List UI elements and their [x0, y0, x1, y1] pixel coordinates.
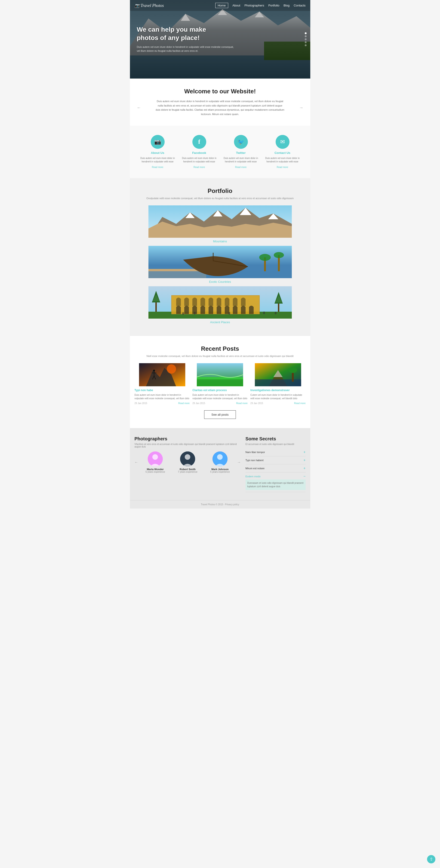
ancient-image: [135, 286, 306, 319]
facebook-text: Duis autem vel eum iriure dolor in hendr…: [181, 156, 218, 163]
portfolio-ancient[interactable]: Ancient Places: [135, 286, 306, 326]
portfolio-exotic[interactable]: Exotic Countries: [135, 246, 306, 285]
post-title-1: Typi non habe: [135, 389, 190, 392]
welcome-next-arrow[interactable]: →: [299, 105, 303, 110]
accordion-content-4: Dunnasam et iusto odio dignissam qui bla…: [245, 479, 306, 490]
svg-point-36: [275, 312, 276, 314]
photographers-title: Photographers: [135, 436, 241, 441]
svg-point-39: [167, 364, 176, 374]
facebook-read-more[interactable]: Read more: [194, 166, 205, 168]
post-read-more-2[interactable]: Read more: [236, 402, 247, 405]
svg-point-33: [194, 312, 196, 314]
svg-point-34: [229, 312, 230, 315]
nav-portfolio[interactable]: Portfolio: [268, 4, 279, 7]
accordion-label-4: Eodem modo: [245, 475, 261, 478]
accordion-header-1[interactable]: Nam liber tempor +: [245, 450, 306, 454]
hero-dot-1[interactable]: [305, 32, 306, 34]
post-date-1: 29 Jan 2015: [135, 402, 147, 405]
hero-dot-5[interactable]: [305, 44, 306, 46]
exotic-image: [135, 246, 306, 278]
svg-point-19: [259, 254, 271, 261]
photographer-2-exp: 7 years experience: [173, 471, 203, 473]
post-read-more-1[interactable]: Read more: [178, 402, 189, 405]
photographer-3-exp: 5 years experience: [205, 471, 235, 473]
logo-text: Travel Photos: [141, 3, 164, 8]
twitter-text: Duis autem vel eum iriure dolor in hendr…: [223, 156, 259, 163]
post-title-3: Investigationes demonstraver: [251, 389, 306, 392]
contact-us-icon: ✉: [275, 135, 290, 149]
accordion-plus-2: +: [303, 458, 305, 462]
nav-about[interactable]: About: [232, 4, 240, 7]
about-us-icon: 📷: [151, 135, 165, 149]
hero-headline-line2: photos of any place!: [137, 34, 200, 41]
mountains-image: [135, 206, 306, 238]
photographer-1-exp: 5 years experience: [140, 471, 171, 473]
feature-contact-us: ✉ Contact Us Duis autem vel eum iriure d…: [264, 135, 301, 169]
photographer-1-avatar: [148, 452, 163, 466]
accordion-item-1[interactable]: Nam liber tempor +: [245, 448, 306, 456]
photographer-2-name: Robert Smith: [173, 468, 203, 471]
contact-us-read-more[interactable]: Read more: [277, 166, 288, 168]
contact-us-text: Duis autem vel eum iriure dolor in hendr…: [264, 156, 301, 163]
photographer-3-avatar: [212, 452, 228, 466]
nav-contacts[interactable]: Contacts: [294, 4, 305, 7]
portfolio-mountains[interactable]: Mountains: [135, 206, 306, 245]
hero-headline-line1: We can help you make: [137, 26, 206, 33]
post-item-3: Investigationes demonstraver Cutem vel e…: [251, 363, 306, 405]
nav-photographers[interactable]: Photographers: [244, 4, 264, 7]
svg-rect-47: [197, 379, 243, 386]
svg-point-21: [274, 252, 284, 258]
hero-dot-2[interactable]: [305, 35, 306, 37]
hero-dot-3[interactable]: [305, 38, 306, 40]
recent-posts-subtitle: Niell esse molestie consequat, vel illum…: [135, 354, 306, 358]
posts-grid: Typi non habe Duis autem vel eum iriure …: [135, 363, 306, 405]
post-text-3: Cutem vel eum iriure dolor in hendrerit …: [251, 393, 306, 400]
welcome-prev-arrow[interactable]: ←: [137, 105, 141, 110]
exotic-label: Exotic Countries: [135, 278, 306, 285]
accordion-header-3[interactable]: Mirum est notare +: [245, 466, 306, 470]
photographers-column: Photographers Vfacilisis at vero eros et…: [135, 436, 241, 492]
hero-subtext: Duis autem vel eum iriure dolor in hendr…: [137, 45, 234, 53]
photographer-3-name: Mark Johnson: [205, 468, 235, 471]
photographer-1: Marta Wonder 5 years experience: [140, 452, 171, 473]
portfolio-section: Portfolio Ovulputate velit esse molestie…: [130, 178, 310, 336]
welcome-title: Welcome to our Website!: [137, 88, 303, 95]
svg-rect-51: [255, 379, 301, 386]
svg-point-55: [152, 454, 158, 460]
ancient-label: Ancient Places: [135, 319, 306, 326]
secrets-title: Some Secrets: [245, 436, 306, 441]
nav-home[interactable]: Home: [215, 3, 229, 8]
post-image-1: [135, 363, 190, 386]
accordion-header-4[interactable]: Eodem modo −: [245, 474, 306, 478]
accordion-header-2[interactable]: Typi non habent +: [245, 458, 306, 462]
accordion-item-4[interactable]: Eodem modo − Dunnasam et iusto odio dign…: [245, 472, 306, 492]
site-logo[interactable]: 📷 Travel Photos: [135, 3, 215, 8]
accordion-item-2[interactable]: Typi non habent +: [245, 456, 306, 464]
photographers-prev-arrow[interactable]: ←: [135, 460, 138, 464]
post-meta-2: 29 Jan 2015 Read more: [193, 402, 247, 405]
hero-dot-4[interactable]: [305, 41, 306, 43]
accordion-label-1: Nam liber tempor: [245, 451, 265, 454]
photographers-next-arrow[interactable]: →: [237, 460, 241, 464]
about-us-read-more[interactable]: Read more: [152, 166, 163, 168]
accordion-label-3: Mirum est notare: [245, 467, 265, 470]
accordion-item-3[interactable]: Mirum est notare +: [245, 464, 306, 472]
feature-about-us: 📷 About Us Duis autem vel eum iriure dol…: [139, 135, 176, 169]
twitter-title: Twitter: [223, 151, 259, 155]
features-section: 📷 About Us Duis autem vel eum iriure dol…: [130, 126, 310, 178]
portfolio-title: Portfolio: [135, 187, 306, 194]
about-us-text: Duis autem vel eum iriure dolor in hendr…: [139, 156, 176, 163]
feature-facebook: f Facebook Duis autem vel eum iriure dol…: [181, 135, 218, 169]
accordion-minus-4: −: [303, 474, 305, 478]
hero-dots: [305, 32, 306, 46]
post-image-3: [251, 363, 306, 386]
post-text-1: Duis autem vel eum iriure dolor in hendr…: [135, 393, 190, 400]
post-read-more-3[interactable]: Read more: [294, 402, 305, 405]
welcome-section: Welcome to our Website! ← Duis autem vel…: [130, 79, 310, 126]
site-footer: Travel Photos © 2015 · Privacy policy: [130, 500, 310, 508]
nav-blog[interactable]: Blog: [284, 4, 290, 7]
post-date-3: 29 Jan 2015: [251, 402, 263, 405]
twitter-read-more[interactable]: Read more: [235, 166, 246, 168]
see-all-posts-button[interactable]: See all posts: [204, 410, 236, 419]
accordion-label-2: Typi non habent: [245, 459, 264, 462]
